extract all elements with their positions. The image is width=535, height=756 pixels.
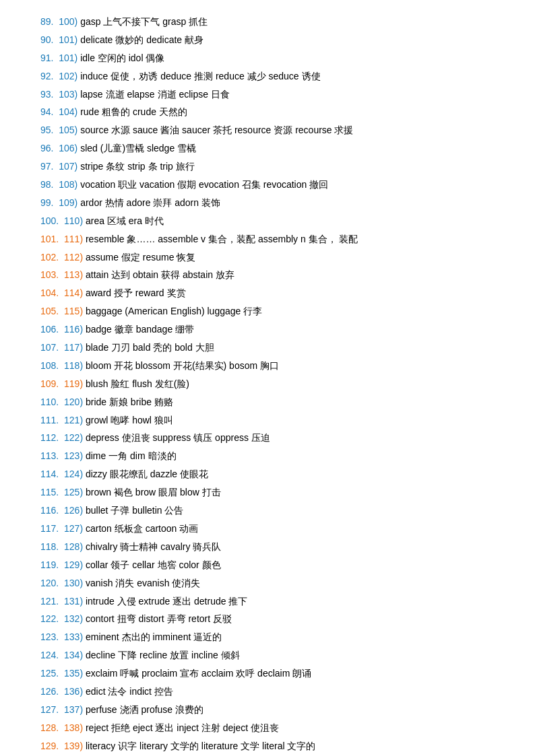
list-item: 108. 118) bloom 开花 blossom 开花(结果实) bosom… xyxy=(40,357,495,375)
line-number: 115. 125) xyxy=(40,487,83,497)
entry-text: vanish 消失 evanish 使消失 xyxy=(83,578,200,588)
list-item: 97. 107) stripe 条纹 strip 条 trip 旅行 xyxy=(40,158,495,176)
line-number: 116. 126) xyxy=(40,505,83,516)
entry-text: area 区域 era 时代 xyxy=(83,215,164,226)
entry-text: stripe 条纹 strip 条 trip 旅行 xyxy=(77,161,194,172)
entry-text: contort 扭弯 distort 弄弯 retort 反驳 xyxy=(83,613,232,624)
entry-text: ardor 热情 adore 崇拜 adorn 装饰 xyxy=(77,197,220,208)
entry-text: gasp 上气不接下气 grasp 抓住 xyxy=(77,16,208,27)
entry-text: induce 促使，劝诱 deduce 推测 reduce 减少 seduce … xyxy=(77,71,320,81)
line-number: 123. 133) xyxy=(40,631,83,642)
list-item: 124. 134) decline 下降 recline 放置 incline … xyxy=(40,647,495,664)
list-item: 96. 106) sled (儿童)雪橇 sledge 雪橇 xyxy=(40,140,495,158)
line-number: 126. 136) xyxy=(40,686,83,697)
line-number: 113. 123) xyxy=(40,450,83,461)
list-item: 101. 111) resemble 象…… assemble v 集合，装配 … xyxy=(40,231,495,248)
list-item: 118. 128) chivalry 骑士精神 cavalry 骑兵队 xyxy=(40,539,495,556)
entry-text: chivalry 骑士精神 cavalry 骑兵队 xyxy=(83,541,221,552)
line-number: 99. 109) xyxy=(40,197,77,208)
line-number: 119. 129) xyxy=(40,559,83,570)
list-item: 94. 104) rude 粗鲁的 crude 天然的 xyxy=(40,104,495,121)
entry-text: perfuse 浇洒 profuse 浪费的 xyxy=(83,704,203,715)
list-item: 93. 103) lapse 流逝 elapse 消逝 eclipse 日食 xyxy=(40,86,495,104)
line-number: 108. 118) xyxy=(40,360,83,371)
list-item: 119. 129) collar 领子 cellar 地窖 color 颜色 xyxy=(40,557,495,574)
line-number: 121. 131) xyxy=(40,596,83,607)
line-number: 100. 110) xyxy=(40,215,83,226)
list-item: 89. 100) gasp 上气不接下气 grasp 抓住 xyxy=(40,13,495,31)
entry-text: dizzy 眼花缭乱 dazzle 使眼花 xyxy=(83,469,208,479)
list-item: 110. 120) bride 新娘 bribe 贿赂 xyxy=(40,394,495,411)
entry-text: literacy 识字 literary 文学的 literature 文学 l… xyxy=(83,741,315,751)
list-item: 105. 115) baggage (American English) lug… xyxy=(40,303,495,320)
entry-text: lapse 流逝 elapse 消逝 eclipse 日食 xyxy=(77,89,230,100)
list-item: 114. 124) dizzy 眼花缭乱 dazzle 使眼花 xyxy=(40,466,495,483)
line-number: 110. 120) xyxy=(40,397,83,407)
entry-text: bride 新娘 bribe 贿赂 xyxy=(83,397,173,407)
line-number: 109. 119) xyxy=(40,378,83,389)
list-item: 112. 122) depress 使沮丧 suppress 镇压 oppres… xyxy=(40,429,495,447)
line-number: 90. 101) xyxy=(40,34,77,45)
line-number: 104. 114) xyxy=(40,287,83,298)
line-number: 124. 134) xyxy=(40,650,83,660)
list-item: 116. 126) bullet 子弹 bulletin 公告 xyxy=(40,502,495,520)
entry-text: bloom 开花 blossom 开花(结果实) bosom 胸口 xyxy=(83,360,279,371)
line-number: 106. 116) xyxy=(40,324,83,335)
line-number: 120. 130) xyxy=(40,578,83,588)
entry-text: source 水源 sauce 酱油 saucer 茶托 resource 资源… xyxy=(77,125,353,135)
line-number: 112. 122) xyxy=(40,432,83,443)
line-number: 114. 124) xyxy=(40,469,83,479)
entry-text: blade 刀刃 bald 秃的 bold 大胆 xyxy=(83,342,214,353)
entry-text: idle 空闲的 idol 偶像 xyxy=(77,53,164,63)
entry-text: delicate 微妙的 dedicate 献身 xyxy=(77,34,203,45)
list-item: 125. 135) exclaim 呼喊 proclaim 宣布 acclaim… xyxy=(40,665,495,683)
list-item: 129. 139) literacy 识字 literary 文学的 liter… xyxy=(40,738,495,755)
entry-text: reject 拒绝 eject 逐出 inject 注射 deject 使沮丧 xyxy=(83,722,279,733)
list-item: 109. 119) blush 脸红 flush 发红(脸) xyxy=(40,376,495,393)
list-item: 113. 123) dime 一角 dim 暗淡的 xyxy=(40,448,495,465)
line-number: 128. 138) xyxy=(40,722,83,733)
entry-text: depress 使沮丧 suppress 镇压 oppress 压迫 xyxy=(83,432,270,443)
entry-text: attain 达到 obtain 获得 abstain 放弃 xyxy=(83,269,234,280)
entry-text: edict 法令 indict 控告 xyxy=(83,686,173,697)
line-number: 92. 102) xyxy=(40,71,77,81)
entry-text: bullet 子弹 bulletin 公告 xyxy=(83,505,183,516)
entry-text: carton 纸板盒 cartoon 动画 xyxy=(83,523,198,534)
entry-text: dime 一角 dim 暗淡的 xyxy=(83,450,176,461)
line-number: 111. 121) xyxy=(40,415,83,425)
line-number: 93. 103) xyxy=(40,89,77,100)
line-number: 101. 111) xyxy=(40,234,83,244)
list-item: 102. 112) assume 假定 resume 恢复 xyxy=(40,249,495,267)
list-item: 121. 131) intrude 入侵 extrude 逐出 detrude … xyxy=(40,593,495,611)
entry-text: decline 下降 recline 放置 incline 倾斜 xyxy=(83,650,240,660)
list-item: 107. 117) blade 刀刃 bald 秃的 bold 大胆 xyxy=(40,339,495,357)
entry-text: assume 假定 resume 恢复 xyxy=(83,252,195,263)
entry-text: intrude 入侵 extrude 逐出 detrude 推下 xyxy=(83,596,247,607)
line-number: 105. 115) xyxy=(40,306,83,316)
list-item: 123. 133) eminent 杰出的 imminent 逼近的 xyxy=(40,629,495,646)
line-number: 97. 107) xyxy=(40,161,77,172)
line-number: 91. 101) xyxy=(40,53,77,63)
list-item: 100. 110) area 区域 era 时代 xyxy=(40,213,495,230)
line-number: 103. 113) xyxy=(40,269,83,280)
vocab-list: 89. 100) gasp 上气不接下气 grasp 抓住90. 101) de… xyxy=(40,13,495,756)
list-item: 111. 121) growl 咆哮 howl 狼叫 xyxy=(40,412,495,429)
entry-text: eminent 杰出的 imminent 逼近的 xyxy=(83,631,222,642)
entry-text: vocation 职业 vacation 假期 evocation 召集 rev… xyxy=(77,179,328,190)
line-number: 89. 100) xyxy=(40,16,77,27)
list-item: 128. 138) reject 拒绝 eject 逐出 inject 注射 d… xyxy=(40,720,495,737)
list-item: 115. 125) brown 褐色 brow 眼眉 blow 打击 xyxy=(40,484,495,502)
line-number: 125. 135) xyxy=(40,668,83,679)
line-number: 95. 105) xyxy=(40,125,77,135)
line-number: 127. 137) xyxy=(40,704,83,715)
line-number: 102. 112) xyxy=(40,252,83,263)
entry-text: award 授予 reward 奖赏 xyxy=(83,287,185,298)
line-number: 129. 139) xyxy=(40,741,83,751)
entry-text: blush 脸红 flush 发红(脸) xyxy=(83,378,189,389)
list-item: 106. 116) badge 徽章 bandage 绷带 xyxy=(40,321,495,339)
entry-text: collar 领子 cellar 地窖 color 颜色 xyxy=(83,559,221,570)
list-item: 127. 137) perfuse 浇洒 profuse 浪费的 xyxy=(40,701,495,719)
line-number: 122. 132) xyxy=(40,613,83,624)
entry-text: resemble 象…… assemble v 集合，装配 assembly n… xyxy=(83,234,358,244)
line-number: 94. 104) xyxy=(40,106,77,117)
